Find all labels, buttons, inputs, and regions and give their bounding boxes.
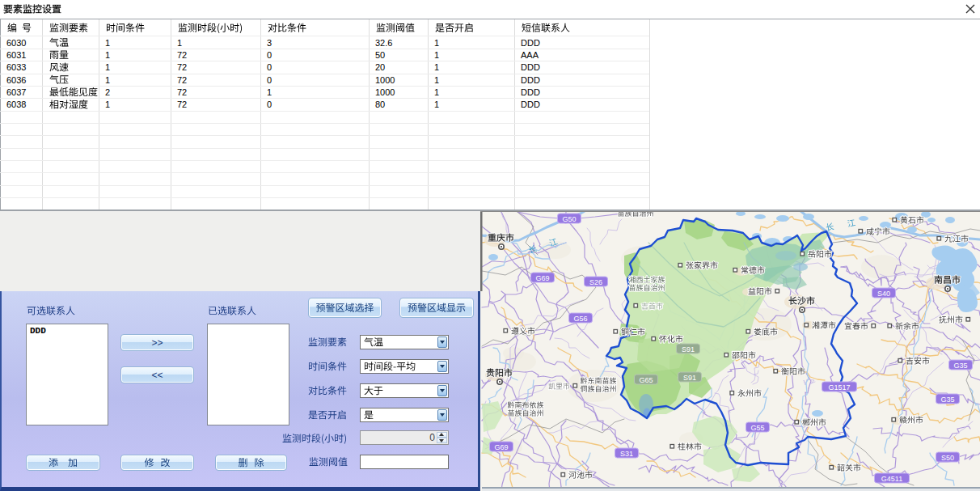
svg-text:S50: S50 <box>941 454 954 462</box>
svg-text:G69: G69 <box>535 274 549 282</box>
svg-text:G1517: G1517 <box>828 383 850 392</box>
svg-text:G56: G56 <box>573 315 587 323</box>
svg-text:G65: G65 <box>639 376 653 384</box>
svg-text:G55: G55 <box>750 424 764 432</box>
svg-text:G35: G35 <box>953 362 967 370</box>
svg-text:S31: S31 <box>620 450 633 458</box>
svg-text:G69: G69 <box>494 443 508 451</box>
svg-text:S40: S40 <box>877 290 890 298</box>
svg-text:S91: S91 <box>683 374 696 382</box>
svg-text:S26: S26 <box>589 278 602 286</box>
svg-text:G50: G50 <box>562 215 576 223</box>
svg-text:G4511: G4511 <box>881 475 902 483</box>
svg-text:G35: G35 <box>940 396 954 404</box>
svg-text:S91: S91 <box>682 345 695 353</box>
